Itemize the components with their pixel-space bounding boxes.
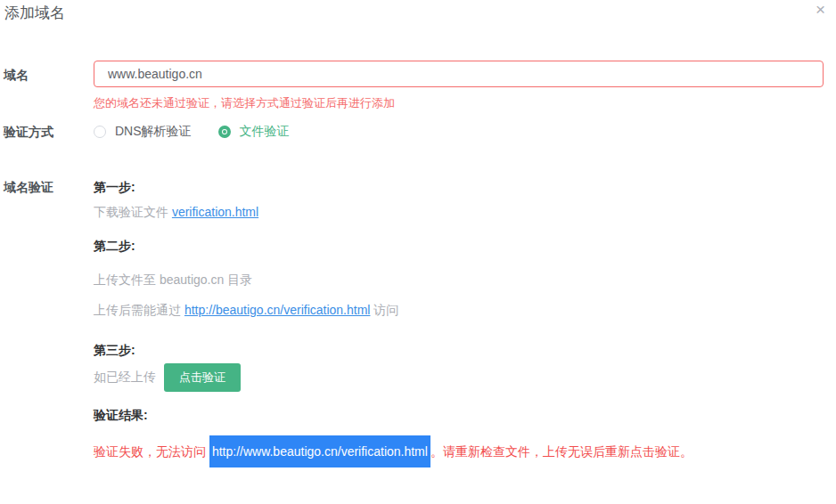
radio-selected-icon bbox=[218, 126, 231, 138]
verify-method-radio-group: DNS解析验证 文件验证 bbox=[94, 124, 316, 140]
result-heading: 验证结果: bbox=[94, 408, 148, 424]
radio-option-file-label: 文件验证 bbox=[240, 124, 290, 140]
verification-url-link[interactable]: http://beautigo.cn/verification.html bbox=[184, 303, 371, 317]
step2-line2-prefix: 上传后需能通过 bbox=[94, 303, 184, 317]
domain-input[interactable] bbox=[94, 61, 824, 87]
domain-verify-label: 域名验证 bbox=[4, 180, 53, 196]
radio-option-dns-label: DNS解析验证 bbox=[115, 124, 192, 140]
verify-button[interactable]: 点击验证 bbox=[164, 363, 241, 392]
highlighted-url[interactable]: http://www.beautigo.cn/verification.html bbox=[209, 435, 430, 467]
step1-text: 下载验证文件 verification.html bbox=[94, 205, 258, 221]
step1-heading: 第一步: bbox=[94, 180, 135, 196]
step1-text-prefix: 下载验证文件 bbox=[94, 205, 172, 219]
step2-line2-suffix: 访问 bbox=[370, 303, 398, 317]
verification-file-link[interactable]: verification.html bbox=[172, 205, 258, 219]
result-text: 验证失败，无法访问 http://www.beautigo.cn/verific… bbox=[94, 444, 693, 460]
add-domain-dialog: 添加域名 × 域名 您的域名还未通过验证，请选择方式通过验证后再进行添加 验证方… bbox=[0, 0, 836, 504]
step3-text: 如已经上传 bbox=[94, 370, 156, 386]
radio-option-file[interactable]: 文件验证 bbox=[218, 124, 290, 140]
step2-line1: 上传文件至 beautigo.cn 目录 bbox=[94, 272, 252, 289]
step3-heading: 第三步: bbox=[94, 343, 135, 359]
verify-method-label: 验证方式 bbox=[4, 125, 53, 141]
domain-label: 域名 bbox=[4, 68, 29, 84]
radio-unselected-icon bbox=[94, 126, 106, 138]
step2-heading: 第二步: bbox=[94, 239, 135, 255]
result-prefix: 验证失败，无法访问 bbox=[94, 444, 209, 459]
result-suffix: 。请重新检查文件，上传无误后重新点击验证。 bbox=[430, 444, 693, 459]
radio-option-dns[interactable]: DNS解析验证 bbox=[94, 124, 192, 140]
step3-row: 如已经上传点击验证 bbox=[94, 363, 241, 392]
domain-error-text: 您的域名还未通过验证，请选择方式通过验证后再进行添加 bbox=[94, 95, 395, 111]
dialog-title: 添加域名 bbox=[4, 3, 65, 23]
step2-line2: 上传后需能通过 http://beautigo.cn/verification.… bbox=[94, 303, 398, 319]
close-icon[interactable]: × bbox=[816, 1, 825, 18]
